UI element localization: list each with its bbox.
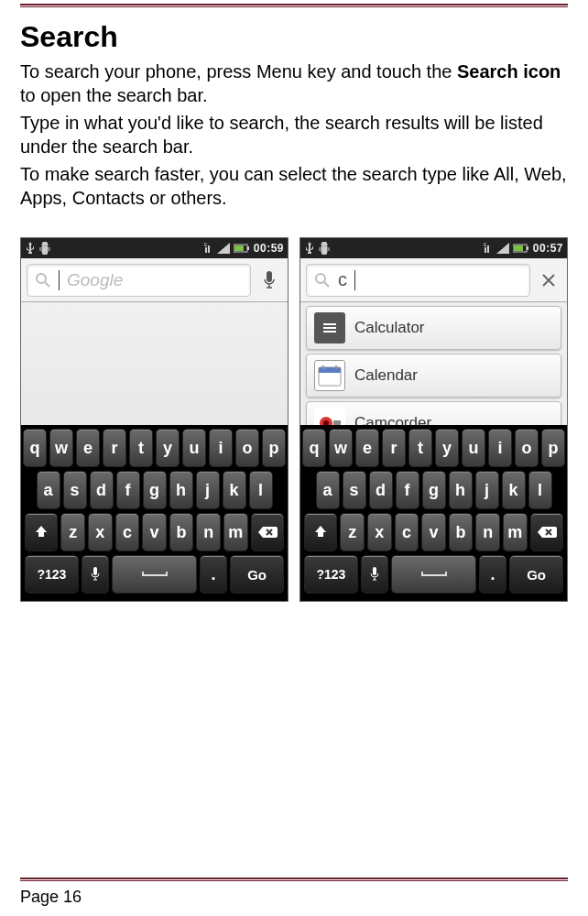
text: To search your phone, press Menu key and… bbox=[20, 61, 457, 82]
key-v[interactable]: v bbox=[421, 513, 446, 551]
key-l[interactable]: l bbox=[528, 471, 552, 509]
key-?123[interactable]: ?123 bbox=[304, 555, 358, 594]
key-icon[interactable] bbox=[112, 555, 197, 594]
screenshot-right: E 00:57 c bbox=[299, 237, 568, 602]
keyboard: qwertyuiopasdfghjklzxcvbnm?123.Go bbox=[21, 425, 288, 601]
page-number: Page 16 bbox=[20, 888, 82, 907]
key-r[interactable]: r bbox=[382, 429, 406, 467]
key-p[interactable]: p bbox=[541, 429, 565, 467]
svg-rect-14 bbox=[527, 246, 528, 250]
svg-rect-11 bbox=[487, 245, 489, 253]
calculator-app-icon bbox=[314, 312, 345, 344]
search-bar: c bbox=[300, 258, 567, 302]
key-y[interactable]: y bbox=[435, 429, 459, 467]
key-d[interactable]: d bbox=[90, 471, 114, 509]
key-g[interactable]: g bbox=[143, 471, 167, 509]
key-a[interactable]: a bbox=[316, 471, 340, 509]
key-a[interactable]: a bbox=[37, 471, 60, 509]
key-f[interactable]: f bbox=[396, 471, 419, 509]
key-z[interactable]: z bbox=[60, 513, 85, 551]
key-.[interactable]: . bbox=[479, 555, 506, 594]
key-s[interactable]: s bbox=[343, 471, 366, 509]
key-?123[interactable]: ?123 bbox=[25, 555, 79, 594]
key-i[interactable]: i bbox=[209, 429, 233, 467]
svg-rect-0 bbox=[205, 247, 207, 253]
key-h[interactable]: h bbox=[449, 471, 473, 509]
key-s[interactable]: s bbox=[63, 471, 87, 509]
key-l[interactable]: l bbox=[249, 471, 273, 509]
result-camcorder[interactable]: Camcorder bbox=[306, 401, 561, 425]
svg-rect-8 bbox=[267, 271, 272, 282]
key-e[interactable]: e bbox=[76, 429, 100, 467]
svg-point-16 bbox=[316, 274, 325, 283]
key-w[interactable]: w bbox=[49, 429, 73, 467]
key-q[interactable]: q bbox=[23, 429, 47, 467]
key-e[interactable]: e bbox=[355, 429, 379, 467]
key-y[interactable]: y bbox=[156, 429, 180, 467]
key-d[interactable]: d bbox=[369, 471, 393, 509]
key-icon[interactable] bbox=[251, 513, 284, 551]
key-w[interactable]: w bbox=[329, 429, 353, 467]
key-icon[interactable] bbox=[530, 513, 563, 551]
space-icon bbox=[141, 570, 169, 579]
close-icon bbox=[541, 273, 556, 288]
key-c[interactable]: c bbox=[115, 513, 140, 551]
key-b[interactable]: b bbox=[169, 513, 194, 551]
usb-icon bbox=[304, 242, 315, 255]
search-input[interactable]: c bbox=[306, 264, 530, 297]
key-c[interactable]: c bbox=[395, 513, 419, 551]
key-m[interactable]: m bbox=[503, 513, 528, 551]
key-p[interactable]: p bbox=[262, 429, 286, 467]
space-icon bbox=[420, 570, 448, 579]
key-j[interactable]: j bbox=[196, 471, 220, 509]
key-r[interactable]: r bbox=[103, 429, 126, 467]
search-input[interactable]: Google bbox=[27, 264, 251, 297]
svg-rect-4 bbox=[247, 246, 249, 250]
key-z[interactable]: z bbox=[340, 513, 365, 551]
key-k[interactable]: k bbox=[223, 471, 246, 509]
voice-search-button[interactable] bbox=[256, 264, 282, 297]
text-cursor bbox=[59, 270, 60, 290]
key-m[interactable]: m bbox=[223, 513, 248, 551]
android-debug-icon bbox=[39, 242, 50, 255]
key-o[interactable]: o bbox=[515, 429, 539, 467]
key-.[interactable]: . bbox=[200, 555, 227, 594]
key-n[interactable]: n bbox=[196, 513, 221, 551]
key-v[interactable]: v bbox=[142, 513, 167, 551]
page-heading: Search bbox=[20, 20, 568, 54]
status-bar: E 00:59 bbox=[21, 238, 288, 258]
shift-icon bbox=[312, 524, 329, 540]
key-i[interactable]: i bbox=[488, 429, 512, 467]
key-x[interactable]: x bbox=[367, 513, 392, 551]
key-f[interactable]: f bbox=[116, 471, 140, 509]
empty-results-area bbox=[21, 302, 288, 425]
key-n[interactable]: n bbox=[475, 513, 500, 551]
key-t[interactable]: t bbox=[129, 429, 153, 467]
key-t[interactable]: t bbox=[408, 429, 432, 467]
key-g[interactable]: g bbox=[422, 471, 446, 509]
key-k[interactable]: k bbox=[502, 471, 526, 509]
key-icon[interactable] bbox=[82, 555, 109, 594]
key-icon[interactable] bbox=[361, 555, 388, 594]
key-x[interactable]: x bbox=[88, 513, 113, 551]
key-u[interactable]: u bbox=[182, 429, 206, 467]
key-o[interactable]: o bbox=[235, 429, 259, 467]
svg-rect-15 bbox=[514, 245, 523, 251]
battery-icon bbox=[234, 243, 250, 254]
clear-search-button[interactable] bbox=[536, 264, 561, 297]
key-j[interactable]: j bbox=[475, 471, 499, 509]
result-calculator[interactable]: Calculator bbox=[306, 306, 561, 350]
search-icon bbox=[35, 272, 51, 289]
key-u[interactable]: u bbox=[462, 429, 485, 467]
key-icon[interactable] bbox=[304, 513, 337, 551]
key-b[interactable]: b bbox=[449, 513, 474, 551]
search-results: Calculator Calendar Camcorder bbox=[300, 302, 567, 425]
key-Go[interactable]: Go bbox=[230, 555, 284, 594]
key-icon[interactable] bbox=[25, 513, 58, 551]
key-icon[interactable] bbox=[391, 555, 476, 594]
data-icon: E bbox=[484, 243, 493, 254]
key-h[interactable]: h bbox=[169, 471, 193, 509]
key-Go[interactable]: Go bbox=[509, 555, 563, 594]
key-q[interactable]: q bbox=[302, 429, 326, 467]
result-calendar[interactable]: Calendar bbox=[306, 354, 561, 398]
